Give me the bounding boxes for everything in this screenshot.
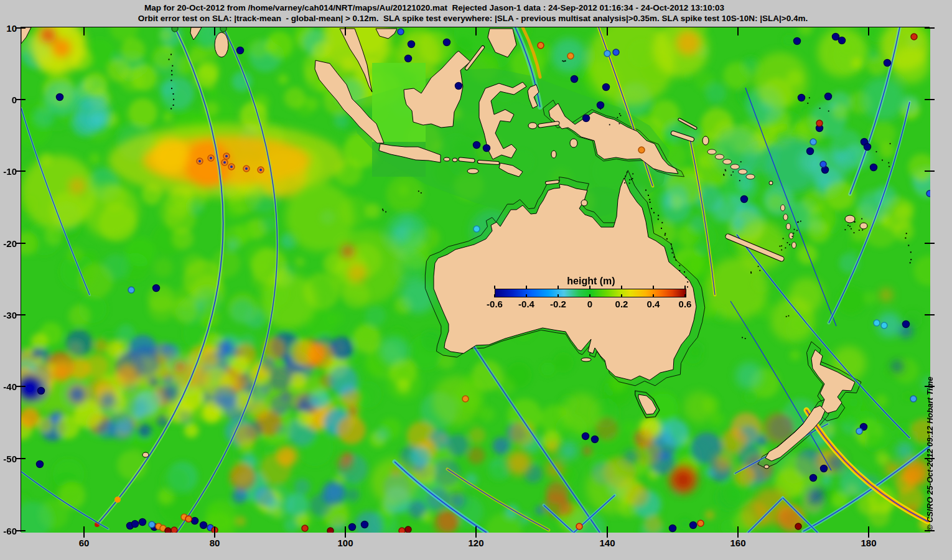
- rejected-data-point: [839, 37, 846, 44]
- land-bougainville: [702, 136, 709, 145]
- rejected-data-point: [362, 521, 368, 528]
- y-tick-left: [16, 170, 26, 172]
- x-tick-bottom: [737, 526, 739, 538]
- rejected-data-point: [807, 148, 814, 155]
- rejected-data-point: [820, 161, 826, 167]
- rejected-data-point: [165, 528, 171, 533]
- colorbar-tick: [526, 294, 527, 297]
- colorbar-tick: [653, 294, 654, 297]
- x-tick-bottom: [868, 526, 869, 538]
- rejected-data-point: [237, 47, 244, 54]
- rejected-data-point: [881, 322, 887, 329]
- rejected-data-point-core: [223, 161, 226, 164]
- colorbar-tick-label: 0.4: [640, 299, 667, 309]
- rejected-data-point: [613, 49, 619, 55]
- land-vanuatu: [781, 205, 785, 211]
- rejected-data-point: [38, 388, 45, 394]
- rejected-data-point: [910, 396, 917, 402]
- land-solomons: [707, 149, 716, 154]
- y-tick-label: -40: [0, 381, 17, 392]
- rejected-data-point: [911, 34, 917, 40]
- colorbar: height (m) -0.6-0.4-0.200.20.40.6: [487, 276, 696, 312]
- rejected-data-point: [567, 53, 574, 59]
- y-tick-left: [16, 386, 26, 387]
- y-tick-right: [925, 314, 935, 315]
- x-tick-label: 160: [724, 538, 752, 548]
- colorbar-tick: [653, 286, 654, 289]
- colorbar-tick: [494, 294, 495, 297]
- land-solomons: [746, 174, 755, 179]
- land-aru: [570, 139, 577, 147]
- land-buru: [528, 123, 537, 129]
- x-tick-top: [868, 27, 869, 35]
- rejected-data-point: [638, 147, 645, 153]
- colorbar-gradient: [495, 289, 686, 297]
- colorbar-tick-label: -0.4: [513, 299, 540, 309]
- rejected-data-point: [474, 142, 480, 149]
- rejected-data-point: [583, 115, 590, 122]
- land-lombok: [452, 158, 457, 162]
- rejected-data-point: [870, 164, 877, 171]
- rejected-data-point: [604, 50, 610, 57]
- y-tick-right: [925, 27, 935, 29]
- rejected-data-point: [139, 519, 146, 526]
- rejected-data-point: [592, 436, 599, 443]
- colorbar-tick: [621, 286, 622, 289]
- y-tick-label: 10: [0, 23, 17, 34]
- land-groote: [581, 200, 587, 206]
- rejected-data-point: [698, 520, 704, 526]
- figure-title-line-1: Map for 20-Oct-2012 from /home/varney/ca…: [144, 3, 724, 12]
- x-tick-top: [475, 27, 477, 35]
- rejected-data-point: [398, 29, 404, 35]
- x-tick-bottom: [214, 526, 215, 538]
- land-solomons: [715, 154, 724, 159]
- rejected-data-point: [149, 521, 155, 528]
- rejected-data-point-core: [198, 160, 201, 162]
- sla-heatmap-canvas: [21, 27, 930, 533]
- rejected-data-point: [153, 285, 160, 292]
- colorbar-tick-label: 0.2: [608, 299, 635, 309]
- rejected-data-point: [483, 145, 490, 152]
- rejected-data-point: [57, 94, 63, 101]
- rejected-data-point: [132, 521, 139, 528]
- rejected-data-point: [172, 27, 178, 32]
- rejected-data-point: [571, 76, 578, 83]
- x-tick-label: 80: [201, 538, 228, 548]
- rejected-data-point: [864, 144, 871, 151]
- y-tick-label: -30: [0, 310, 17, 320]
- rejected-data-point: [794, 38, 801, 45]
- land-bali: [444, 157, 450, 161]
- rejected-data-point: [455, 83, 462, 90]
- rejected-data-point-core: [259, 169, 262, 171]
- colorbar-title: height (m): [487, 276, 696, 287]
- x-tick-top: [214, 27, 215, 35]
- rejected-data-point: [795, 523, 801, 530]
- rejected-data-point: [825, 93, 832, 100]
- x-tick-label: 140: [594, 538, 621, 548]
- rejected-data-point: [576, 523, 582, 530]
- land-stewart-island: [764, 465, 769, 469]
- x-tick-bottom: [83, 526, 85, 538]
- rejected-data-point: [816, 120, 823, 126]
- rejected-data-point: [408, 41, 415, 48]
- rejected-data-point: [171, 527, 177, 533]
- rejected-data-point: [538, 42, 544, 49]
- land-vanuatu: [783, 214, 788, 220]
- y-tick-label: -10: [0, 166, 17, 177]
- colorbar-tick: [558, 286, 559, 289]
- land-flores: [479, 162, 498, 163]
- rejected-data-point: [192, 518, 198, 525]
- rejected-data-point: [128, 287, 134, 293]
- rejected-data-point: [874, 320, 880, 326]
- land-fiji-vanua-levu: [860, 223, 867, 229]
- land-vanuatu: [792, 242, 796, 248]
- y-tick-label: 0: [0, 95, 17, 105]
- figure-title-line-2: Orbit error test on SLA: |track-mean - g…: [138, 14, 808, 23]
- x-tick-top: [607, 27, 608, 35]
- rejected-data-point: [302, 525, 308, 531]
- y-tick-left: [16, 99, 26, 100]
- rejected-data-point: [741, 196, 748, 203]
- y-tick-left: [16, 243, 26, 244]
- rejected-data-point: [349, 524, 356, 531]
- colorbar-tick: [589, 286, 590, 289]
